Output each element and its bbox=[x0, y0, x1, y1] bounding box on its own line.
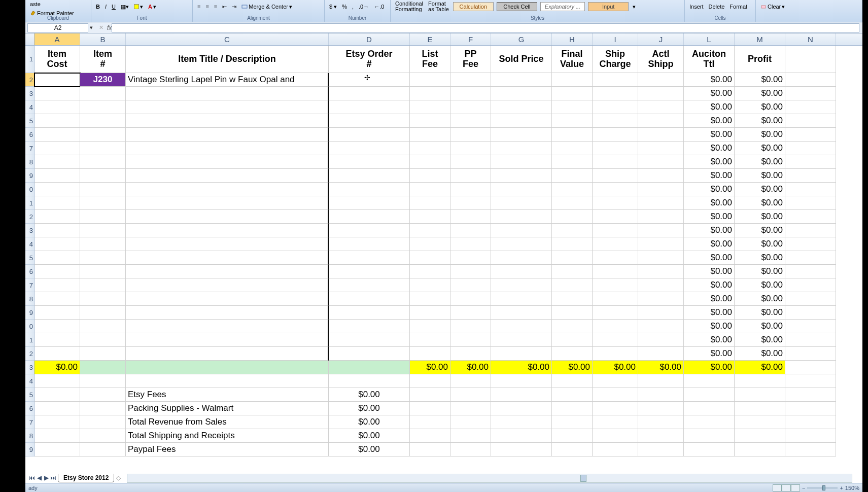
cell-B17[interactable] bbox=[80, 278, 126, 292]
conditional-formatting-button[interactable]: Conditional Formatting bbox=[394, 1, 425, 13]
cell-A14[interactable] bbox=[34, 237, 80, 251]
cell-I3[interactable] bbox=[593, 87, 638, 100]
cell-E8[interactable] bbox=[410, 155, 450, 169]
cell-H2[interactable] bbox=[552, 73, 593, 87]
cell-E10[interactable] bbox=[410, 183, 450, 196]
zoom-in-button[interactable]: + bbox=[840, 485, 843, 491]
cell-B22[interactable] bbox=[80, 347, 126, 361]
cell-F2[interactable] bbox=[450, 73, 491, 87]
cell-J5[interactable] bbox=[638, 114, 684, 128]
cell-I19[interactable] bbox=[593, 306, 638, 320]
cell-N1[interactable] bbox=[785, 46, 836, 73]
style-calculation[interactable]: Calculation bbox=[453, 2, 494, 11]
merge-center-button[interactable]: Merge & Center ▾ bbox=[240, 3, 294, 11]
cell-I12[interactable] bbox=[593, 210, 638, 224]
zoom-level[interactable]: 150% bbox=[845, 485, 859, 491]
cell-J28[interactable] bbox=[638, 429, 684, 443]
cell-F16[interactable] bbox=[450, 265, 491, 278]
column-header-E[interactable]: E bbox=[410, 33, 450, 45]
bold-button[interactable]: B bbox=[94, 3, 101, 10]
cell-J29[interactable] bbox=[638, 443, 684, 456]
cell-I10[interactable] bbox=[593, 183, 638, 196]
cell-B3[interactable] bbox=[80, 87, 126, 100]
row-header-6[interactable]: 6 bbox=[25, 128, 34, 142]
cell-J19[interactable] bbox=[638, 306, 684, 320]
cell-F21[interactable] bbox=[450, 333, 491, 347]
cell-G21[interactable] bbox=[491, 333, 552, 347]
cell-D1[interactable]: Etsy Order# bbox=[329, 46, 410, 73]
zoom-slider[interactable] bbox=[807, 487, 838, 489]
cell-N14[interactable] bbox=[785, 237, 836, 251]
cell-F10[interactable] bbox=[450, 183, 491, 196]
row-header-7[interactable]: 7 bbox=[25, 142, 34, 155]
zoom-out-button[interactable]: − bbox=[802, 485, 805, 491]
row-header-3[interactable]: 3 bbox=[25, 87, 34, 100]
row-header-16[interactable]: 6 bbox=[25, 265, 34, 278]
cell-H20[interactable] bbox=[552, 320, 593, 333]
cell-J7[interactable] bbox=[638, 142, 684, 155]
cell-A25[interactable] bbox=[34, 388, 80, 402]
cell-A21[interactable] bbox=[34, 333, 80, 347]
cell-F19[interactable] bbox=[450, 306, 491, 320]
align-right-button[interactable]: ≡ bbox=[213, 3, 219, 10]
cell-H8[interactable] bbox=[552, 155, 593, 169]
cell-L18[interactable]: $0.00 bbox=[684, 292, 735, 306]
row-header-29[interactable]: 9 bbox=[25, 443, 34, 456]
cell-D25[interactable]: $0.00 bbox=[329, 388, 410, 402]
cell-N15[interactable] bbox=[785, 251, 836, 265]
cell-J14[interactable] bbox=[638, 237, 684, 251]
cell-C23[interactable] bbox=[126, 361, 329, 374]
cell-D22[interactable] bbox=[329, 347, 410, 361]
view-layout-button[interactable] bbox=[782, 484, 791, 491]
cell-J8[interactable] bbox=[638, 155, 684, 169]
cell-E24[interactable] bbox=[410, 374, 450, 388]
cell-N21[interactable] bbox=[785, 333, 836, 347]
cell-B8[interactable] bbox=[80, 155, 126, 169]
cell-C13[interactable] bbox=[126, 224, 329, 237]
cell-H1[interactable]: FinalValue bbox=[552, 46, 593, 73]
cell-D27[interactable]: $0.00 bbox=[329, 415, 410, 429]
cell-L26[interactable] bbox=[684, 402, 735, 415]
cell-I15[interactable] bbox=[593, 251, 638, 265]
increase-decimal-button[interactable]: .0→ bbox=[357, 3, 370, 10]
cell-B24[interactable] bbox=[80, 374, 126, 388]
cell-N7[interactable] bbox=[785, 142, 836, 155]
cell-C7[interactable] bbox=[126, 142, 329, 155]
cell-B26[interactable] bbox=[80, 402, 126, 415]
cell-G23[interactable]: $0.00 bbox=[491, 361, 552, 374]
cell-D3[interactable] bbox=[329, 87, 410, 100]
cell-A5[interactable] bbox=[34, 114, 80, 128]
row-header-1[interactable]: 1 bbox=[25, 46, 34, 73]
cell-D26[interactable]: $0.00 bbox=[329, 402, 410, 415]
cell-E4[interactable] bbox=[410, 100, 450, 114]
tab-nav-last[interactable]: ⏭ bbox=[50, 474, 57, 481]
cell-H11[interactable] bbox=[552, 196, 593, 210]
cell-M23[interactable]: $0.00 bbox=[735, 361, 785, 374]
cell-G7[interactable] bbox=[491, 142, 552, 155]
format-as-table-button[interactable]: Format as Table bbox=[427, 1, 450, 13]
cell-D28[interactable]: $0.00 bbox=[329, 429, 410, 443]
cell-E21[interactable] bbox=[410, 333, 450, 347]
cell-M8[interactable]: $0.00 bbox=[735, 155, 785, 169]
cell-H16[interactable] bbox=[552, 265, 593, 278]
border-button[interactable]: ▦▾ bbox=[119, 3, 130, 11]
cell-J6[interactable] bbox=[638, 128, 684, 142]
cell-A8[interactable] bbox=[34, 155, 80, 169]
cell-B14[interactable] bbox=[80, 237, 126, 251]
cell-N3[interactable] bbox=[785, 87, 836, 100]
cell-M25[interactable] bbox=[735, 388, 785, 402]
paste-button[interactable]: aste bbox=[28, 1, 42, 8]
cell-G14[interactable] bbox=[491, 237, 552, 251]
cell-G10[interactable] bbox=[491, 183, 552, 196]
cell-D29[interactable]: $0.00 bbox=[329, 443, 410, 456]
cell-I7[interactable] bbox=[593, 142, 638, 155]
cell-L5[interactable]: $0.00 bbox=[684, 114, 735, 128]
cell-J27[interactable] bbox=[638, 415, 684, 429]
cell-D12[interactable] bbox=[329, 210, 410, 224]
cell-E20[interactable] bbox=[410, 320, 450, 333]
cell-G12[interactable] bbox=[491, 210, 552, 224]
row-header-24[interactable]: 4 bbox=[25, 374, 34, 388]
tab-nav-prev[interactable]: ◀ bbox=[36, 474, 43, 481]
cell-F24[interactable] bbox=[450, 374, 491, 388]
cell-E1[interactable]: ListFee bbox=[410, 46, 450, 73]
